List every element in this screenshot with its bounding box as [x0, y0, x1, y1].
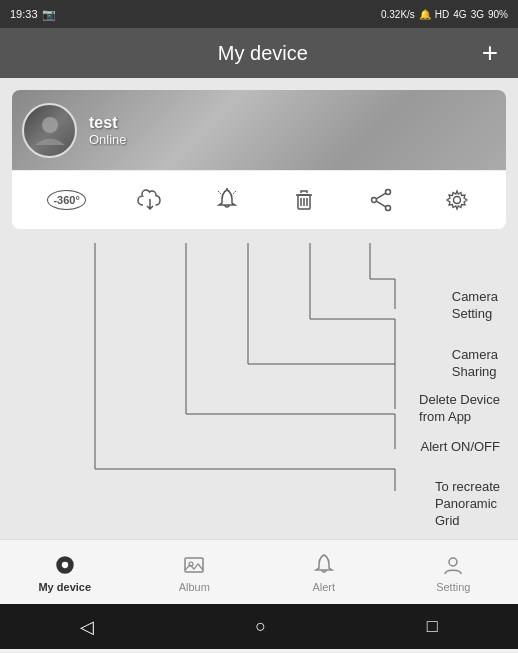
- add-device-button[interactable]: +: [482, 39, 498, 67]
- bell-icon: [214, 187, 240, 213]
- alert-nav-icon: [311, 552, 337, 578]
- trash-icon: [291, 187, 317, 213]
- setting-nav-icon: [440, 552, 466, 578]
- share-camera-button[interactable]: [360, 183, 402, 217]
- nav-alert-label: Alert: [312, 581, 335, 593]
- share-icon: [368, 187, 394, 213]
- device-status: Online: [89, 132, 127, 147]
- nav-album[interactable]: Album: [130, 552, 260, 593]
- recent-button[interactable]: □: [427, 616, 438, 637]
- battery: 90%: [488, 9, 508, 20]
- device-avatar: [22, 103, 77, 158]
- nav-setting[interactable]: Setting: [389, 552, 519, 593]
- signal-3g: 3G: [471, 9, 484, 20]
- panoramic-grid-label: To recreatePanoramicGrid: [435, 479, 500, 530]
- device-card: test Online -360°: [12, 90, 506, 229]
- icon-toolbar: -360°: [12, 170, 506, 229]
- status-left: 19:33 📷: [10, 8, 56, 21]
- 360-icon: -360°: [47, 190, 85, 210]
- device-name: test: [89, 114, 127, 132]
- main-content: test Online -360°: [0, 78, 518, 229]
- cloud-upload-button[interactable]: [129, 183, 171, 217]
- svg-point-11: [371, 198, 376, 203]
- delete-device-label: Delete Devicefrom App: [419, 392, 500, 426]
- svg-rect-17: [185, 558, 203, 572]
- page-title: My device: [218, 42, 308, 65]
- bottom-nav: My device Album Alert Setting: [0, 539, 518, 604]
- delete-device-button[interactable]: [283, 183, 325, 217]
- time: 19:33: [10, 8, 38, 20]
- alarm-icon: 🔔: [419, 9, 431, 20]
- alert-toggle-button[interactable]: [206, 183, 248, 217]
- status-right: 0.32K/s 🔔 HD 4G 3G 90%: [381, 9, 508, 20]
- cloud-icon: [137, 187, 163, 213]
- camera-settings-button[interactable]: [436, 183, 478, 217]
- device-info: test Online: [89, 114, 127, 147]
- nav-my-device-label: My device: [38, 581, 91, 593]
- nav-setting-label: Setting: [436, 581, 470, 593]
- gear-icon: [444, 187, 470, 213]
- nav-alert[interactable]: Alert: [259, 552, 389, 593]
- svg-line-13: [376, 201, 386, 207]
- nav-album-label: Album: [179, 581, 210, 593]
- svg-point-0: [42, 117, 58, 133]
- hd-badge: HD: [435, 9, 449, 20]
- status-bar: 19:33 📷 0.32K/s 🔔 HD 4G 3G 90%: [0, 0, 518, 28]
- svg-line-2: [218, 191, 221, 194]
- alert-onoff-label: Alert ON/OFF: [421, 439, 500, 456]
- back-button[interactable]: ◁: [80, 616, 94, 638]
- my-device-icon: [52, 552, 78, 578]
- annotation-area: CameraSetting CameraSharing Delete Devic…: [0, 229, 518, 539]
- camera-sharing-label: CameraSharing: [452, 347, 498, 381]
- camera-setting-label: CameraSetting: [452, 289, 498, 323]
- svg-point-16: [61, 561, 69, 569]
- svg-line-3: [233, 191, 236, 194]
- svg-line-12: [376, 193, 386, 199]
- nav-my-device[interactable]: My device: [0, 552, 130, 593]
- album-icon: [181, 552, 207, 578]
- camera-icon-status: 📷: [42, 8, 56, 21]
- speed: 0.32K/s: [381, 9, 415, 20]
- panoramic-360-button[interactable]: -360°: [39, 186, 93, 214]
- home-button[interactable]: ○: [255, 616, 266, 637]
- svg-point-10: [385, 206, 390, 211]
- svg-point-14: [454, 197, 461, 204]
- header: My device +: [0, 28, 518, 78]
- svg-point-19: [449, 558, 457, 566]
- android-nav-bar: ◁ ○ □: [0, 604, 518, 649]
- signal-4g: 4G: [453, 9, 466, 20]
- device-banner: test Online: [12, 90, 506, 170]
- svg-point-9: [385, 190, 390, 195]
